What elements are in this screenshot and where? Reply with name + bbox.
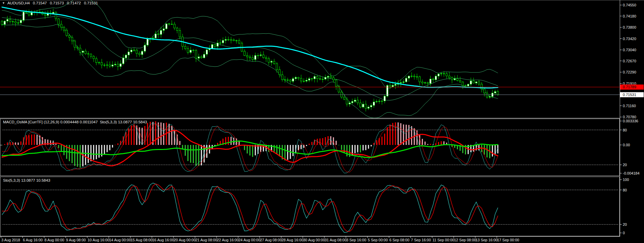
- stochastic-plot-area[interactable]: [0, 177, 620, 236]
- low-value: 0.71472: [67, 1, 81, 5]
- symbol-timeframe-label: AUDUSD,H4: [7, 1, 30, 5]
- price-axis-drag-area[interactable]: [620, 0, 644, 237]
- symbol-ohlc-readout: ▼AUDUSD,H40.715470.715730.714720.71531: [2, 1, 98, 5]
- high-value: 0.71573: [50, 1, 64, 5]
- time-axis-drag-area[interactable]: [0, 237, 644, 243]
- close-value: 0.71531: [84, 1, 98, 5]
- macd-indicator-label: MACD_OsMA [CurrTF] (12,26,9) 0.0004448 0…: [3, 120, 147, 124]
- price-plot-area[interactable]: [0, 0, 620, 118]
- open-value: 0.71547: [33, 1, 47, 5]
- stochastic-indicator-label: Sto(5,3,3) 13.0877 10.5843: [3, 178, 50, 182]
- trading-chart-window: ▼AUDUSD,H40.715470.715730.714720.71531 M…: [0, 0, 644, 243]
- macd-plot-area[interactable]: [0, 119, 620, 176]
- chevron-down-icon[interactable]: ▼: [2, 1, 5, 5]
